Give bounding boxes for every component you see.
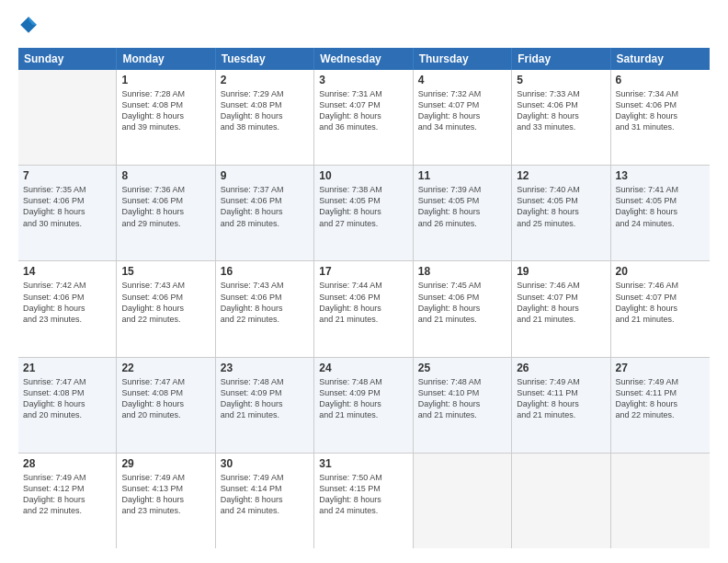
day-number: 3: [319, 74, 407, 86]
cell-text-line: Sunrise: 7:40 AM: [517, 184, 605, 195]
cell-text-line: and 26 minutes.: [418, 218, 506, 229]
day-number: 13: [616, 169, 705, 182]
day-number: 5: [517, 74, 605, 86]
cell-text-line: Sunset: 4:11 PM: [517, 387, 605, 398]
cell-text-line: Sunset: 4:06 PM: [517, 99, 605, 110]
day-cell-26: 26Sunrise: 7:49 AMSunset: 4:11 PMDayligh…: [512, 358, 610, 453]
cell-text-line: and 22 minutes.: [23, 505, 111, 516]
cell-text-line: and 33 minutes.: [517, 121, 605, 132]
cell-text-line: and 21 minutes.: [517, 409, 605, 420]
cell-text-line: Daylight: 8 hours: [616, 206, 705, 217]
cell-text-line: and 22 minutes.: [616, 409, 705, 420]
cell-text-line: Sunset: 4:12 PM: [23, 483, 111, 494]
calendar-body: 1Sunrise: 7:28 AMSunset: 4:08 PMDaylight…: [18, 70, 710, 548]
day-cell-9: 9Sunrise: 7:37 AMSunset: 4:06 PMDaylight…: [216, 166, 314, 260]
cell-text-line: Daylight: 8 hours: [121, 398, 210, 409]
cell-text-line: Sunset: 4:08 PM: [23, 387, 111, 398]
day-cell-15: 15Sunrise: 7:43 AMSunset: 4:06 PMDayligh…: [117, 261, 215, 356]
cell-text-line: and 21 minutes.: [616, 314, 705, 325]
cell-text-line: Sunrise: 7:28 AM: [121, 88, 210, 99]
header-day-tuesday: Tuesday: [216, 48, 314, 70]
cell-text-line: Sunrise: 7:49 AM: [616, 376, 705, 387]
cell-text-line: Daylight: 8 hours: [517, 303, 605, 314]
day-number: 8: [121, 169, 210, 182]
cell-text-line: Daylight: 8 hours: [221, 110, 309, 121]
cell-text-line: Daylight: 8 hours: [418, 303, 506, 314]
cell-text-line: Daylight: 8 hours: [418, 206, 506, 217]
cell-text-line: and 36 minutes.: [319, 121, 407, 132]
cell-text-line: Daylight: 8 hours: [616, 303, 705, 314]
cell-text-line: Daylight: 8 hours: [23, 206, 111, 217]
cell-text-line: Sunset: 4:09 PM: [221, 387, 309, 398]
day-number: 9: [221, 169, 309, 182]
cell-text-line: and 38 minutes.: [221, 121, 309, 132]
cell-text-line: Daylight: 8 hours: [221, 494, 309, 505]
cell-text-line: Sunrise: 7:39 AM: [418, 184, 506, 195]
cell-text-line: Sunset: 4:08 PM: [121, 99, 210, 110]
cell-text-line: Sunrise: 7:48 AM: [418, 376, 506, 387]
cell-text-line: and 21 minutes.: [418, 314, 506, 325]
day-cell-20: 20Sunrise: 7:46 AMSunset: 4:07 PMDayligh…: [611, 261, 710, 356]
cell-text-line: Sunset: 4:11 PM: [616, 387, 705, 398]
calendar: SundayMondayTuesdayWednesdayThursdayFrid…: [18, 48, 710, 548]
cell-text-line: and 23 minutes.: [23, 314, 111, 325]
day-number: 2: [221, 74, 309, 86]
cell-text-line: Daylight: 8 hours: [319, 206, 407, 217]
header-day-wednesday: Wednesday: [314, 48, 413, 70]
cell-text-line: Sunrise: 7:47 AM: [23, 376, 111, 387]
cell-text-line: Daylight: 8 hours: [319, 494, 407, 505]
day-cell-31: 31Sunrise: 7:50 AMSunset: 4:15 PMDayligh…: [314, 454, 413, 548]
cell-text-line: Daylight: 8 hours: [319, 110, 407, 121]
cell-text-line: Daylight: 8 hours: [319, 303, 407, 314]
cell-text-line: Sunset: 4:08 PM: [221, 99, 309, 110]
day-number: 23: [221, 362, 309, 374]
header-day-friday: Friday: [512, 48, 610, 70]
day-number: 17: [319, 265, 407, 278]
logo-icon: [18, 15, 39, 39]
cell-text-line: and 20 minutes.: [121, 409, 210, 420]
cell-text-line: and 21 minutes.: [517, 314, 605, 325]
cell-text-line: Sunset: 4:06 PM: [616, 99, 705, 110]
calendar-header: SundayMondayTuesdayWednesdayThursdayFrid…: [18, 48, 710, 70]
cell-text-line: Sunrise: 7:46 AM: [517, 280, 605, 291]
day-number: 18: [418, 265, 506, 278]
header: [18, 15, 710, 39]
day-number: 10: [319, 169, 407, 182]
day-number: 21: [23, 362, 111, 374]
cell-text-line: Daylight: 8 hours: [221, 398, 309, 409]
day-cell-17: 17Sunrise: 7:44 AMSunset: 4:06 PMDayligh…: [314, 261, 413, 356]
cell-text-line: Sunset: 4:05 PM: [319, 195, 407, 206]
cell-text-line: Sunset: 4:07 PM: [319, 99, 407, 110]
cell-text-line: Sunset: 4:15 PM: [319, 483, 407, 494]
cell-text-line: Sunrise: 7:50 AM: [319, 472, 407, 483]
day-cell-2: 2Sunrise: 7:29 AMSunset: 4:08 PMDaylight…: [216, 70, 314, 165]
day-cell-11: 11Sunrise: 7:39 AMSunset: 4:05 PMDayligh…: [414, 166, 512, 260]
cell-text-line: Daylight: 8 hours: [418, 398, 506, 409]
cell-text-line: and 22 minutes.: [221, 314, 309, 325]
cell-text-line: Sunrise: 7:49 AM: [221, 472, 309, 483]
cell-text-line: and 27 minutes.: [319, 218, 407, 229]
cell-text-line: and 21 minutes.: [319, 314, 407, 325]
day-number: 26: [517, 362, 605, 374]
calendar-week-5: 28Sunrise: 7:49 AMSunset: 4:12 PMDayligh…: [18, 454, 710, 548]
cell-text-line: Daylight: 8 hours: [517, 110, 605, 121]
cell-text-line: and 24 minutes.: [319, 505, 407, 516]
cell-text-line: Sunrise: 7:46 AM: [616, 280, 705, 291]
cell-text-line: and 34 minutes.: [418, 121, 506, 132]
day-cell-22: 22Sunrise: 7:47 AMSunset: 4:08 PMDayligh…: [117, 358, 215, 453]
cell-text-line: Sunrise: 7:42 AM: [23, 280, 111, 291]
cell-text-line: Sunrise: 7:43 AM: [221, 280, 309, 291]
day-number: 7: [23, 169, 111, 182]
day-number: 6: [616, 74, 705, 86]
cell-text-line: Sunrise: 7:31 AM: [319, 88, 407, 99]
cell-text-line: Sunrise: 7:36 AM: [121, 184, 210, 195]
cell-text-line: Sunrise: 7:44 AM: [319, 280, 407, 291]
cell-text-line: and 28 minutes.: [221, 218, 309, 229]
cell-text-line: Sunset: 4:05 PM: [616, 195, 705, 206]
cell-text-line: Sunset: 4:05 PM: [517, 195, 605, 206]
day-number: 30: [221, 457, 309, 470]
empty-cell: [512, 454, 610, 548]
cell-text-line: Sunrise: 7:38 AM: [319, 184, 407, 195]
cell-text-line: Sunset: 4:07 PM: [418, 99, 506, 110]
cell-text-line: Sunrise: 7:37 AM: [221, 184, 309, 195]
